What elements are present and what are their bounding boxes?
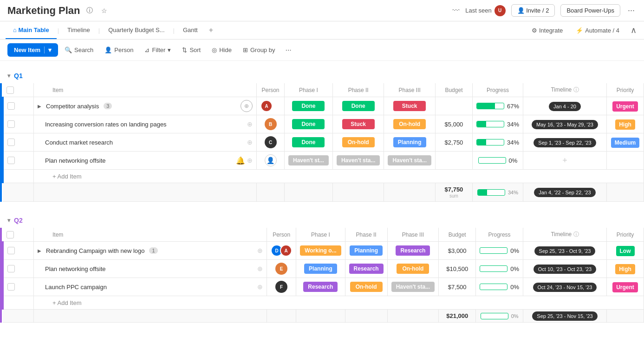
phase1-header-q2: Phase I (296, 228, 345, 242)
timeline-cell[interactable]: Sep 1, '23 - Sep 22, '23 (523, 133, 607, 152)
phase3-cell[interactable]: Research (387, 242, 439, 260)
new-item-chevron: ▾ (44, 46, 52, 53)
phase1-cell[interactable]: Working o... (296, 242, 345, 260)
tab-quarterly-budget[interactable]: Quarterly Budget S... (101, 22, 172, 39)
timeline-cell[interactable]: May 16, '23 - May 29, '23 (523, 115, 607, 133)
row-checkbox[interactable] (3, 133, 34, 152)
phase2-cell[interactable]: Planning (345, 242, 387, 260)
phase3-cell[interactable]: Haven't sta... (384, 152, 436, 170)
add-person-icon[interactable]: ⊕ (247, 120, 253, 128)
row-checkbox[interactable] (3, 152, 34, 170)
phase2-cell[interactable]: Done (332, 97, 384, 115)
filter-button[interactable]: ⊿ Filter ▾ (140, 44, 176, 56)
timeline-add-icon[interactable]: + (562, 156, 567, 165)
q2-toggle-icon[interactable]: ▾ (7, 217, 10, 224)
select-all-checkbox-q1[interactable] (7, 86, 14, 94)
timeline-cell[interactable]: Oct 24, '23 - Nov 15, '23 (523, 278, 607, 296)
phase3-cell[interactable]: Haven't sta... (387, 278, 439, 296)
automate-button[interactable]: ⚡ Automate / 4 (572, 24, 623, 37)
row-checkbox[interactable] (3, 242, 34, 260)
phase1-cell[interactable]: Done (285, 133, 333, 152)
phase1-cell[interactable]: Research (296, 278, 345, 296)
select-all-checkbox-q2[interactable] (7, 231, 14, 238)
invite-button[interactable]: 👤 Invite / 2 (511, 4, 555, 17)
priority-cell[interactable]: High (607, 115, 644, 133)
item-cell: ▶ Competitor analysis 3 ⊕ (34, 97, 257, 115)
q2-add-item-row[interactable]: + Add Item (3, 296, 644, 310)
new-item-button[interactable]: New Item ▾ (7, 43, 58, 57)
person-cell[interactable]: A (257, 97, 285, 115)
integrate-button[interactable]: ⚙ Integrate (528, 24, 566, 37)
phase2-cell[interactable]: Stuck (332, 115, 384, 133)
star-icon-button[interactable]: ☆ (99, 6, 109, 15)
phase2-cell[interactable]: On-hold (345, 278, 387, 296)
tabs-collapse-button[interactable]: ∧ (629, 23, 638, 37)
priority-cell[interactable]: Urgent (607, 278, 644, 296)
phase1-cell[interactable]: Planning (296, 260, 345, 278)
add-person-icon[interactable]: ⊕ (247, 157, 253, 164)
timeline-info-icon-q2: ⓘ (573, 231, 579, 238)
add-person-icon[interactable]: ⊕ (257, 247, 263, 254)
expand-icon[interactable]: ▶ (38, 104, 41, 109)
search-button[interactable]: 🔍 Search (60, 44, 98, 56)
phase2-cell[interactable]: Haven't sta... (332, 152, 384, 170)
hide-button[interactable]: ◎ Hide (207, 44, 236, 56)
q2-table-container: Item Person Phase I Phase II Phase III B… (0, 228, 644, 323)
sum-budget-value: $7,750 (439, 186, 468, 193)
row-checkbox[interactable] (3, 278, 34, 296)
add-person-icon[interactable]: ⊕ (247, 139, 253, 146)
person-cell[interactable]: 👤 (257, 152, 285, 170)
add-item-label[interactable]: + Add Item (34, 296, 644, 310)
phase3-cell[interactable]: On-hold (387, 260, 439, 278)
phase1-cell[interactable]: Haven't st... (285, 152, 333, 170)
q1-add-item-row[interactable]: + Add Item (3, 170, 644, 183)
person-cell[interactable]: D A (267, 242, 296, 260)
phase2-cell[interactable]: Research (345, 260, 387, 278)
q1-group-header[interactable]: ▾ Q1 (0, 68, 644, 83)
phase3-cell[interactable]: On-hold (384, 115, 436, 133)
person-cell[interactable]: B (257, 115, 285, 133)
power-ups-button[interactable]: Board Power-Ups (560, 4, 620, 17)
timeline-cell[interactable]: Oct 10, '23 - Oct 23, '23 (523, 260, 607, 278)
tab-timeline[interactable]: Timeline (60, 22, 98, 39)
notify-icon[interactable]: 🔔 (236, 156, 245, 165)
add-person-icon[interactable]: ⊕ (257, 265, 263, 272)
phase1-cell[interactable]: Done (285, 115, 333, 133)
info-icon-button[interactable]: ⓘ (85, 6, 95, 16)
timeline-cell[interactable]: Sep 25, '23 - Oct 9, '23 (523, 242, 607, 260)
header-more-button[interactable]: ··· (626, 4, 637, 17)
sort-button[interactable]: ⇅ Sort (177, 44, 205, 56)
timeline-cell[interactable]: Jan 4 - 20 (523, 97, 607, 115)
person-cell[interactable]: C (257, 133, 285, 152)
priority-cell[interactable] (607, 152, 644, 170)
q2-group-header[interactable]: ▾ Q2 (0, 213, 644, 228)
add-item-label[interactable]: + Add Item (34, 170, 644, 183)
phase3-cell[interactable]: Stuck (384, 97, 436, 115)
add-tab-button[interactable]: + (205, 21, 217, 39)
item-header: Item (34, 83, 257, 97)
priority-cell[interactable]: Medium (607, 133, 644, 152)
row-checkbox[interactable] (3, 115, 34, 133)
timeline-cell[interactable]: + (523, 152, 607, 170)
phase1-cell[interactable]: Done (285, 97, 333, 115)
person-button[interactable]: 👤 Person (100, 44, 138, 56)
toolbar-more-button[interactable]: ··· (281, 44, 295, 56)
priority-cell[interactable]: Low (607, 242, 644, 260)
phase1-badge: Done (292, 119, 325, 129)
phase3-cell[interactable]: Planning (384, 133, 436, 152)
person-cell[interactable]: E (267, 260, 296, 278)
tab-main-table[interactable]: ⌂ Main Table (6, 22, 57, 39)
row-checkbox[interactable] (3, 260, 34, 278)
expand-icon[interactable]: ▶ (38, 248, 41, 253)
add-person-icon[interactable]: ⊕ (257, 283, 263, 291)
row-checkbox[interactable] (3, 97, 34, 115)
phase2-cell[interactable]: On-hold (332, 133, 384, 152)
group-by-button[interactable]: ⊞ Group by (238, 44, 280, 56)
priority-cell[interactable]: High (607, 260, 644, 278)
phase3-badge: Haven't sta... (388, 155, 431, 165)
q1-toggle-icon[interactable]: ▾ (7, 73, 10, 79)
priority-cell[interactable]: Urgent (607, 97, 644, 115)
tab-gantt[interactable]: Gantt (176, 22, 205, 39)
person-cell[interactable]: F (267, 278, 296, 296)
add-person-icon[interactable]: ⊕ (241, 100, 253, 112)
